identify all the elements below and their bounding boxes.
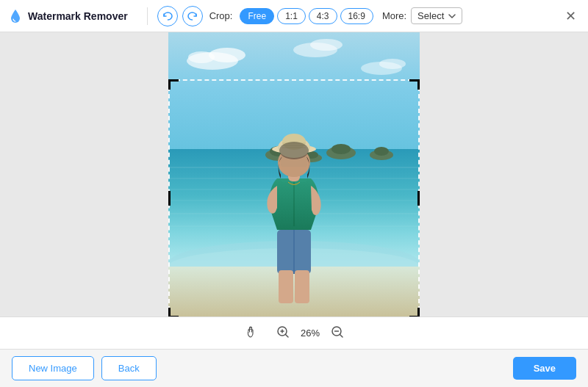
- undo-button[interactable]: [157, 6, 178, 26]
- toolbar-divider: [147, 7, 148, 25]
- svg-rect-31: [281, 178, 290, 182]
- svg-point-7: [379, 59, 406, 69]
- more-label: More:: [382, 10, 406, 21]
- svg-point-20: [331, 144, 351, 154]
- zoom-out-icon[interactable]: [331, 325, 344, 341]
- main-content: [0, 32, 588, 317]
- svg-line-49: [340, 334, 343, 337]
- crop-16-9-button[interactable]: 16:9: [340, 8, 373, 24]
- svg-rect-29: [295, 270, 309, 303]
- redo-icon: [187, 11, 198, 21]
- toolbar: Watermark Remover Crop: Free 1:1 4:3 16:…: [0, 0, 588, 32]
- save-button[interactable]: Save: [513, 357, 576, 380]
- select-dropdown[interactable]: Select: [411, 7, 462, 24]
- close-button[interactable]: ✕: [560, 6, 581, 26]
- hand-pan-icon[interactable]: [244, 325, 257, 341]
- chevron-down-icon: [448, 14, 456, 18]
- svg-rect-28: [279, 270, 293, 303]
- back-button[interactable]: Back: [101, 356, 157, 380]
- app-title: Watermark Remover: [28, 10, 128, 22]
- new-image-button[interactable]: New Image: [12, 356, 94, 380]
- footer: New Image Back Save: [0, 349, 588, 387]
- undo-icon: [162, 11, 173, 21]
- crop-4-3-button[interactable]: 4:3: [309, 8, 337, 24]
- svg-point-2: [209, 48, 245, 62]
- zoom-controls: 26%: [244, 325, 344, 341]
- zoom-percent: 26%: [297, 328, 323, 339]
- beach-photo: [168, 32, 420, 317]
- svg-rect-25: [168, 267, 420, 317]
- zoom-in-icon[interactable]: [276, 325, 290, 341]
- app-logo-icon: [7, 8, 24, 24]
- svg-point-3: [188, 51, 215, 63]
- svg-rect-32: [298, 178, 307, 182]
- redo-button[interactable]: [182, 6, 203, 26]
- crop-free-button[interactable]: Free: [240, 8, 274, 24]
- crop-label: Crop:: [209, 10, 233, 21]
- svg-point-5: [310, 39, 343, 51]
- app-logo: Watermark Remover: [7, 8, 128, 24]
- select-label: Select: [417, 10, 444, 21]
- bottom-toolbar: 26%: [0, 317, 588, 349]
- svg-point-22: [374, 147, 389, 156]
- svg-line-46: [286, 334, 289, 337]
- crop-1-1-button[interactable]: 1:1: [277, 8, 306, 24]
- image-container: [168, 32, 420, 317]
- svg-point-42: [279, 142, 309, 159]
